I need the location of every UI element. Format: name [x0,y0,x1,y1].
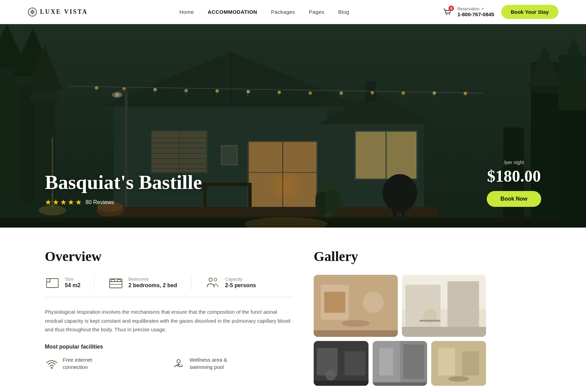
svg-rect-113 [47,279,58,288]
svg-rect-149 [438,348,455,375]
gallery-top-row [314,275,486,337]
reservation-block: 0 Reservation ↗ 1-800-767-0845 [441,6,494,19]
main-content: Overview Size 54 m2 [0,228,586,392]
cart-icon-wrap[interactable]: 0 [441,6,454,19]
gallery-image-5[interactable]: +10 photos [431,341,486,386]
metric-divider-2 [191,275,191,290]
metric-size-info: Size 54 m2 [65,277,80,289]
nav-blog[interactable]: Blog [338,9,349,15]
overview-section: Overview Size 54 m2 [45,248,293,386]
svg-point-3 [449,14,450,15]
gallery-image-2[interactable] [402,275,486,337]
nav-pages[interactable]: Pages [309,9,324,15]
facility-pool-label: Wellness area &swimming pool [190,356,227,371]
svg-rect-130 [314,330,398,337]
svg-rect-150 [462,351,479,375]
gallery-image-4[interactable] [373,341,427,386]
facility-wifi-label: Free internetconnection [63,356,92,371]
svg-point-2 [446,14,447,15]
svg-rect-115 [110,282,122,288]
svg-point-129 [363,292,384,313]
gallery-image-3[interactable] [314,341,368,386]
svg-rect-134 [447,281,479,330]
wifi-icon [45,356,59,370]
svg-rect-145 [379,348,393,375]
bedrooms-label: Bedrooms [128,277,177,282]
hero-section: Basquiat's Bastille ★★★★★ 80 Reviews /pe… [0,24,586,228]
facilities-grid: Free internetconnection Wellness area &s… [45,356,293,371]
size-label: Size [65,277,80,282]
overview-metrics: Size 54 m2 Bedrooms [45,275,293,297]
hero-price: $180.00 [487,167,541,185]
svg-rect-135 [402,327,486,337]
svg-point-128 [342,320,370,327]
size-value: 54 m2 [65,282,80,288]
brand-name-part2: VISTA [64,8,88,16]
svg-rect-146 [403,344,424,379]
hero-price-box: /per night $180.00 Book Now [487,160,541,207]
svg-rect-117 [117,280,121,282]
logo-icon [28,7,37,17]
svg-rect-137 [420,320,441,322]
reservation-text: Reservation ↗ 1-800-767-0845 [457,7,494,17]
svg-rect-127 [324,292,345,313]
nav-links: Home ACCOMMODATION Packages Pages Blog [179,9,349,15]
navbar: LUXE VISTA Home ACCOMMODATION Packages P… [0,0,586,24]
svg-rect-140 [344,351,365,375]
gallery-section: Gallery [314,248,486,386]
svg-point-120 [214,278,217,281]
reservation-label: Reservation ↗ [457,7,494,11]
metric-size: Size 54 m2 [45,275,80,290]
hero-title: Basquiat's Bastille [45,171,202,194]
logo[interactable]: LUXE VISTA [28,7,88,17]
pool-icon [172,356,185,370]
svg-rect-147 [373,382,427,386]
capacity-icon [205,275,220,290]
nav-packages[interactable]: Packages [271,9,295,15]
svg-point-141 [325,370,336,381]
nav-right: 0 Reservation ↗ 1-800-767-0845 Book Your… [441,5,558,19]
svg-rect-139 [317,348,337,375]
hero-content: Basquiat's Bastille ★★★★★ 80 Reviews [45,171,202,207]
svg-point-119 [209,278,212,281]
bedrooms-icon [108,275,123,290]
svg-rect-142 [314,381,368,386]
metric-capacity-info: Capacity 2-5 persons [225,277,256,289]
svg-point-122 [177,360,180,363]
capacity-value: 2-5 persons [225,282,256,288]
overview-description: Physiological respiration involves the m… [45,308,293,334]
per-night-label: /per night [487,160,541,165]
hero-stars: ★★★★★ [45,198,83,207]
gallery-bottom-row: +10 photos [314,341,486,386]
metric-divider-1 [94,275,94,290]
reservation-phone[interactable]: 1-800-767-0845 [457,11,494,17]
hero-reviews: 80 Reviews [85,199,114,205]
metric-bedrooms: Bedrooms 2 bedrooms, 2 bed [108,275,177,290]
metric-capacity: Capacity 2-5 persons [205,275,256,290]
facility-pool: Wellness area &swimming pool [172,356,293,371]
metric-bedrooms-info: Bedrooms 2 bedrooms, 2 bed [128,277,177,289]
size-icon [45,275,60,290]
svg-point-121 [51,367,53,369]
svg-rect-133 [405,285,441,330]
capacity-label: Capacity [225,277,256,282]
book-now-button[interactable]: Book Now [487,191,541,207]
book-your-stay-button[interactable]: Book Your Stay [501,5,558,19]
overview-title: Overview [45,248,293,264]
cart-badge: 0 [448,6,454,11]
svg-point-151 [448,376,469,382]
nav-home[interactable]: Home [179,9,194,15]
gallery-title: Gallery [314,248,486,264]
brand-name-part1: LUXE [40,8,61,16]
svg-rect-116 [111,280,114,282]
facilities-title: Most popular facilities [45,344,293,350]
hero-rating: ★★★★★ 80 Reviews [45,198,202,207]
nav-accommodation[interactable]: ACCOMMODATION [208,9,257,15]
gallery-image-1[interactable] [314,275,398,337]
facility-wifi: Free internetconnection [45,356,166,371]
bedrooms-value: 2 bedrooms, 2 bed [128,282,177,288]
